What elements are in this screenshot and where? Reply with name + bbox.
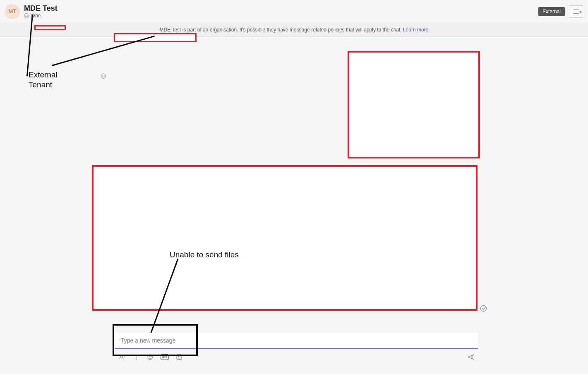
chat-title: MDE Test (24, 4, 58, 13)
video-call-button[interactable] (569, 5, 583, 18)
svg-point-4 (151, 356, 151, 357)
svg-point-1 (136, 359, 137, 360)
header-subtitle: @be (24, 13, 58, 19)
redaction-box-email (34, 25, 66, 30)
redaction-box-message-sender (114, 33, 197, 42)
external-badge: External (538, 7, 565, 16)
annotation-box-compose (113, 324, 198, 356)
header-actions (569, 5, 583, 18)
annotation-external-tenant: External Tenant (29, 70, 58, 90)
presence-away-icon (24, 13, 29, 18)
policy-info-bar: MDE Test is part of an organisation. It'… (0, 23, 588, 37)
message-presence-icon (101, 72, 108, 78)
avatar: MT (5, 4, 20, 19)
policy-info-text: MDE Test is part of an organisation. It'… (160, 27, 402, 33)
svg-point-6 (178, 356, 178, 357)
chat-header: MT MDE Test @be External (0, 0, 588, 23)
delivered-icon (480, 305, 487, 312)
redaction-box-message-2 (92, 165, 478, 311)
redaction-box-message-1 (348, 51, 480, 158)
svg-point-7 (180, 356, 180, 357)
video-icon (573, 10, 579, 14)
send-button[interactable] (467, 353, 475, 361)
header-info: MDE Test @be (24, 4, 58, 19)
chat-area: External Tenant Unable to send files GIF (0, 37, 588, 372)
annotation-line-2 (52, 36, 155, 66)
learn-more-link[interactable]: Learn more (403, 27, 428, 33)
annotation-unable-to-send: Unable to send files (170, 250, 239, 260)
svg-point-3 (149, 356, 149, 357)
